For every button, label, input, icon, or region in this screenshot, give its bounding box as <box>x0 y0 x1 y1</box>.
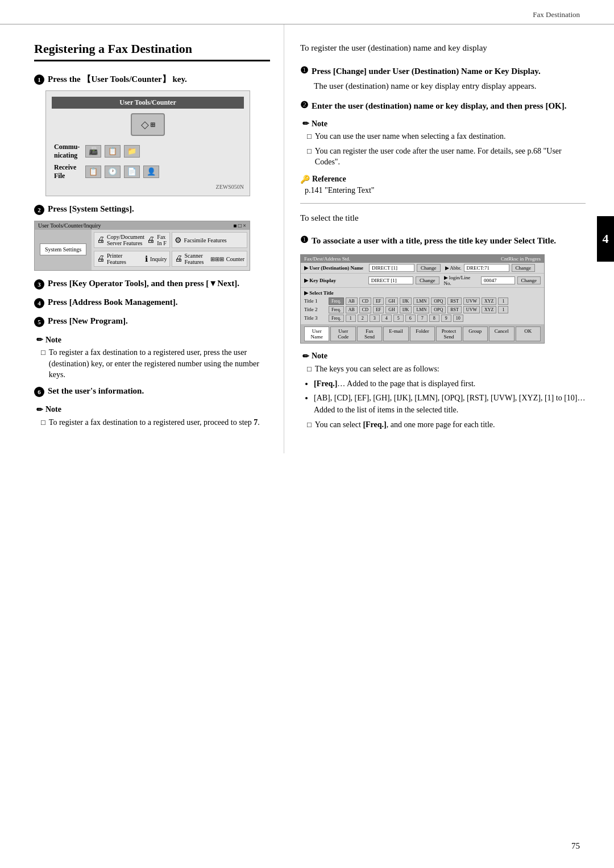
page-header: Fax Destination <box>0 0 614 24</box>
screenshot-body: System Settings 🖨 Copy/Document Server F… <box>35 230 250 270</box>
step-3-label: 3 Press [Key Operator Tools], and then p… <box>34 279 270 290</box>
select-title-label: ▶ Select Title <box>304 290 541 296</box>
icon-recv-2: 🕐 <box>105 166 121 178</box>
screenshot-grid: 🖨 Copy/Document Server Features 🖨 Fax In… <box>94 232 247 268</box>
step-3-num: 3 <box>34 279 44 290</box>
ijk-btn: IJK <box>400 297 412 305</box>
title-row-2: Title 2 Freq. AB CD EF GH IJK LMN OPQ RS… <box>304 306 541 313</box>
pencil-icon-3: ✏ <box>302 119 309 129</box>
note-3-block: ✏ Note You can use the user name when se… <box>300 119 586 168</box>
footer-tab-group: Group <box>463 326 488 341</box>
note-2-header: ✏ Note <box>36 405 270 415</box>
icon-recv-4: 👤 <box>143 166 159 178</box>
step-4-text: Press [Address Book Management]. <box>48 297 178 307</box>
page-number: 75 <box>571 841 580 851</box>
note-4-item-1: The keys you can select are as follows: <box>302 363 586 375</box>
note-3-item-1: You can use the user name when selecting… <box>302 131 586 142</box>
communicating-label: Commu-nicating <box>54 143 80 160</box>
divider-1 <box>300 203 586 204</box>
pencil-icon-4: ✏ <box>302 352 309 361</box>
icon-comm-3: 📁 <box>124 145 140 158</box>
communicating-icons: 📠 📋 📁 <box>85 143 242 160</box>
sub-step-1-num: ❶ <box>300 65 308 78</box>
system-settings-btn: System Settings <box>40 243 86 255</box>
lmn-btn: LMN <box>413 297 429 305</box>
screen-row-2: ⚙ Facsimile Features <box>172 232 248 248</box>
bullet-list: [Freq.]… Added to the page that is displ… <box>302 378 586 416</box>
freq-btn-2: Freq. <box>329 306 344 313</box>
reference-block: 🔑 Reference p.141 "Entering Text" <box>300 175 586 195</box>
gh-btn: GH <box>385 297 398 305</box>
sub-step-2-label: ❷ Enter the user (destination) name or k… <box>300 100 586 113</box>
ab-btn: AB <box>346 297 358 305</box>
step-5-block: 5 Press [New Program]. <box>34 316 270 327</box>
sub-step-3-text: To associate a user with a title, press … <box>312 234 556 247</box>
uvw-btn: UVW <box>463 297 480 305</box>
footer-tab-ok: OK <box>516 326 541 341</box>
footer-tab-username: User Name <box>304 326 329 341</box>
sub-step-1-label: ❶ Press [Change] under User (Destination… <box>300 65 586 78</box>
receive-file-icons: 📋 🕐 📄 👤 <box>85 163 242 180</box>
sub-step-2-num: ❷ <box>300 100 308 113</box>
note-1-block: ✏ Note To register a fax destination to … <box>34 335 270 381</box>
addr-row2-num: 00047 <box>481 276 515 284</box>
icon-comm-2: 📋 <box>105 145 121 158</box>
device-button-row: ◇ ⊞ <box>52 113 244 136</box>
icon-recv-1: 📋 <box>85 166 101 178</box>
sub-step-1-block: ❶ Press [Change] under User (Destination… <box>300 65 586 93</box>
step-6-label: 6 Set the user's information. <box>34 386 270 397</box>
step-1-block: 1 Press the 【User Tools/Counter】 key. Us… <box>34 74 270 196</box>
step-2-num: 2 <box>34 205 44 215</box>
screen-row-1: 🖨 Copy/Document Server Features 🖨 Fax In… <box>94 232 170 248</box>
device-title: User Tools/Counter <box>52 97 244 109</box>
screen-row-3: 🖨 Printer Features ℹ Inquiry <box>94 251 170 267</box>
address-select-title: ▶ Select Title Title 1 Freq. AB CD EF GH… <box>301 288 544 325</box>
user-tools-counter-image: User Tools/Counter ◇ ⊞ Commu-nicating 📠 … <box>45 90 250 196</box>
footer-tab-cancel: Cancel <box>489 326 514 341</box>
address-footer: User Name User Code Fax Send E-mail Fold… <box>301 325 544 343</box>
system-settings-screenshot: User Tools/Counter/Inquiry ■ □ × System … <box>34 221 250 271</box>
address-titlebar: Fax/Dest/Address Std. CntRksc in Progres <box>301 255 544 263</box>
addr-row2-arrow: ▶ login/Line No. <box>444 275 479 286</box>
pencil-icon: ✏ <box>36 335 43 345</box>
addr-row2-val: DIRECT [1] <box>368 276 413 284</box>
note-2-block: ✏ Note To register a fax destination to … <box>34 405 270 428</box>
address-book-screenshot: Fax/Dest/Address Std. CntRksc in Progres… <box>300 254 545 344</box>
addr-row2-btn2: Change <box>517 276 541 284</box>
screenshot-sidebar: System Settings <box>35 230 92 270</box>
step-1-label: 1 Press the 【User Tools/Counter】 key. <box>34 74 270 85</box>
receive-file-label: ReceiveFile <box>54 163 80 180</box>
step-3-block: 3 Press [Key Operator Tools], and then p… <box>34 279 270 290</box>
step-5-num: 5 <box>34 317 44 327</box>
pencil-icon-2: ✏ <box>36 405 43 415</box>
right-column: 4 To register the user (destination) nam… <box>284 24 614 453</box>
title-grid: Title 1 Freq. AB CD EF GH IJK LMN OPQ RS… <box>304 297 541 322</box>
xyz-btn: XYZ <box>482 297 496 305</box>
bullet-item-1: [Freq.]… Added to the page that is displ… <box>314 378 586 390</box>
step-5-label: 5 Press [New Program]. <box>34 316 270 327</box>
reference-header: 🔑 Reference <box>300 175 586 184</box>
1-btn: 1 <box>498 297 508 305</box>
step-6-num: 6 <box>34 387 44 397</box>
diamond-button: ◇ ⊞ <box>131 113 165 136</box>
step-2-block: 2 Press [System Settings]. User Tools/Co… <box>34 204 270 271</box>
note-2-item-1: To register a fax destination to a regis… <box>36 417 270 428</box>
cd-btn: CD <box>359 297 371 305</box>
intro-text: To register the user (destination) name … <box>300 42 586 55</box>
chapter-tab: 4 <box>597 216 614 262</box>
sub-step-1-detail: The user (destination) name or key displ… <box>300 80 586 93</box>
ef-btn: EF <box>373 297 384 305</box>
step-6-text: Set the user's information. <box>48 386 144 396</box>
key-icon: 🔑 <box>300 175 310 184</box>
step-4-label: 4 Press [Address Book Management]. <box>34 297 270 308</box>
note-3-item-2: You can register the user code after the… <box>302 146 586 168</box>
addr-row1-btn: Change <box>417 264 441 272</box>
left-column: Registering a Fax Destination 1 Press th… <box>0 24 284 453</box>
footer-tab-folder: Folder <box>410 326 435 341</box>
note-3-header: ✏ Note <box>302 119 586 129</box>
footer-tab-protectsend: Protect Send <box>436 326 461 341</box>
note-4-block: ✏ Note The keys you can select are as fo… <box>300 352 586 431</box>
step-2-label: 2 Press [System Settings]. <box>34 204 270 215</box>
address-row-name: ▶ User (Destination) Name DIRECT [1] Cha… <box>301 263 544 274</box>
footer-tab-usercode: User Code <box>330 326 355 341</box>
